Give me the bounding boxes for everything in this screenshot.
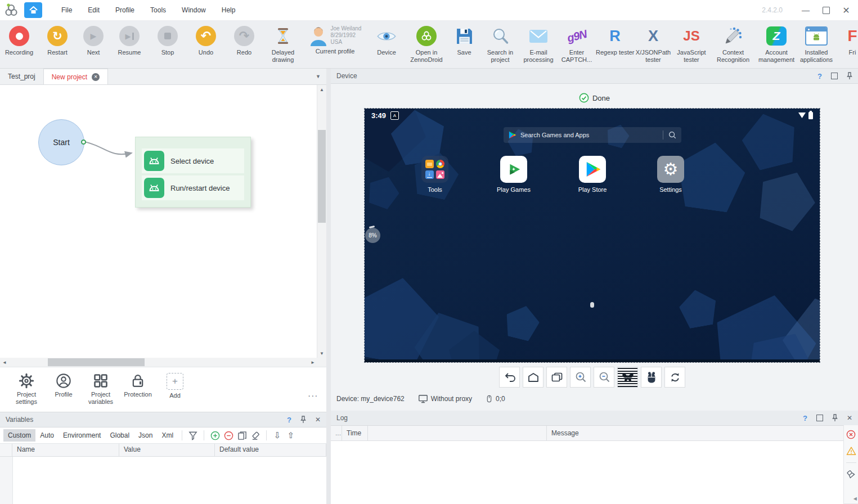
- vars-tab-global[interactable]: Global: [105, 429, 134, 442]
- toolbar-restart[interactable]: Restart: [38, 25, 77, 68]
- pin-icon[interactable]: [300, 416, 306, 424]
- nav-back-button[interactable]: [499, 367, 520, 388]
- toolbar-xjsonpath-tester[interactable]: X X/JSONPath tester: [634, 25, 672, 68]
- toolbar-regexp-tester[interactable]: R Regexp tester: [596, 25, 634, 68]
- vars-tab-custom[interactable]: Custom: [3, 429, 35, 442]
- nav-recent-apps-button[interactable]: [546, 367, 567, 388]
- scroll-up-icon[interactable]: ▲: [317, 85, 326, 94]
- toolbar-email-processing[interactable]: E-mail processing: [519, 25, 558, 68]
- toolbar-recording[interactable]: Recording: [0, 25, 38, 68]
- move-down-icon[interactable]: ⇩: [271, 429, 284, 442]
- toolbar-resume[interactable]: Resume: [110, 25, 149, 68]
- remove-circle-icon[interactable]: [222, 429, 235, 442]
- minimize-button[interactable]: —: [797, 2, 814, 19]
- close-icon[interactable]: ✕: [315, 416, 321, 424]
- eraser-icon[interactable]: [249, 429, 262, 442]
- app-settings[interactable]: ⚙: [657, 156, 684, 183]
- scroll-right-icon[interactable]: ►: [308, 358, 317, 367]
- filter-icon[interactable]: [186, 429, 200, 442]
- pin-icon[interactable]: [847, 72, 852, 80]
- android-screen[interactable]: 3:49 A Search Games and Apps: [365, 109, 820, 362]
- scroll-left-icon[interactable]: ◀: [853, 496, 857, 501]
- tab-new-project[interactable]: New project ✕: [43, 69, 108, 84]
- action-group[interactable]: Select device Run/restart device: [135, 137, 251, 208]
- tab-test-proj[interactable]: Test_proj: [0, 69, 43, 84]
- add-circle-icon[interactable]: [208, 429, 222, 442]
- nav-zoom-in-button[interactable]: [570, 367, 591, 388]
- scroll-left-icon[interactable]: ◄: [0, 358, 9, 367]
- toolbar-stop[interactable]: Stop: [149, 25, 187, 68]
- app-play-games[interactable]: [500, 156, 527, 183]
- project-variables-button[interactable]: Project variables: [82, 373, 119, 412]
- close-icon[interactable]: ✕: [847, 414, 852, 422]
- menu-window[interactable]: Window: [174, 0, 214, 20]
- close-button[interactable]: ✕: [838, 2, 855, 19]
- vars-tab-json[interactable]: Json: [134, 429, 157, 442]
- maximize-panel-icon[interactable]: [816, 415, 823, 421]
- nav-capture-button[interactable]: [617, 367, 638, 388]
- column-icon[interactable]: ...: [331, 426, 342, 440]
- scrollbar-thumb[interactable]: [318, 130, 326, 223]
- profile-button[interactable]: Profile: [45, 373, 82, 412]
- toolbar-device[interactable]: Device: [367, 25, 406, 68]
- toolbar-account-management[interactable]: Z Account management: [756, 25, 797, 68]
- toolbar-redo[interactable]: Redo: [225, 25, 263, 68]
- home-button[interactable]: [24, 2, 42, 18]
- column-message[interactable]: Message: [547, 426, 843, 440]
- scrollbar-thumb[interactable]: [48, 358, 145, 366]
- vars-tab-xml[interactable]: Xml: [157, 429, 178, 442]
- help-icon[interactable]: ?: [287, 416, 291, 424]
- toolbar-installed-applications[interactable]: Installed applications: [797, 25, 835, 68]
- add-action-button[interactable]: + Add: [156, 373, 194, 412]
- clear-log-icon[interactable]: [846, 470, 856, 479]
- toolbar-save[interactable]: Save: [447, 25, 481, 68]
- column-time[interactable]: Time: [342, 426, 368, 440]
- toolbar-clipped-item[interactable]: F Fri: [835, 25, 858, 68]
- nav-mouse-button[interactable]: [641, 367, 662, 388]
- help-icon[interactable]: ?: [803, 414, 807, 422]
- action-select-device[interactable]: Select device: [142, 148, 244, 173]
- start-node[interactable]: Start: [38, 119, 84, 165]
- copy-icon[interactable]: [235, 429, 249, 442]
- menu-help[interactable]: Help: [214, 0, 244, 20]
- protection-button[interactable]: Protection: [119, 373, 156, 412]
- canvas-vertical-scrollbar[interactable]: ▲ ▼: [317, 85, 326, 358]
- proxy-status[interactable]: Without proxy: [418, 394, 472, 404]
- menu-file[interactable]: File: [53, 0, 80, 20]
- app-play-store[interactable]: [579, 156, 606, 183]
- pin-icon[interactable]: [832, 414, 838, 422]
- canvas-horizontal-scrollbar[interactable]: ◄ ►: [0, 358, 326, 367]
- toolbar-search-in-project[interactable]: Search in project: [481, 25, 519, 68]
- scroll-down-icon[interactable]: ▼: [317, 349, 326, 358]
- errors-icon[interactable]: [846, 430, 856, 439]
- toolbar-next[interactable]: Next: [77, 25, 110, 68]
- maximize-panel-icon[interactable]: [831, 73, 838, 79]
- help-icon[interactable]: ?: [817, 72, 822, 80]
- toolbar-javascript-tester[interactable]: JS JavaScript tester: [672, 25, 711, 68]
- menu-edit[interactable]: Edit: [80, 0, 107, 20]
- column-name[interactable]: Name: [12, 444, 119, 456]
- move-up-icon[interactable]: ⇧: [284, 429, 298, 442]
- log-grid-body[interactable]: [331, 441, 843, 504]
- toolbar-current-profile[interactable]: Joe Weiland 8/29/1992 USA Current profil…: [303, 25, 367, 68]
- nav-home-button[interactable]: [523, 367, 543, 388]
- toolbar-context-recognition[interactable]: Context Recognition: [711, 25, 756, 68]
- menu-tools[interactable]: Tools: [142, 0, 174, 20]
- variables-grid-body[interactable]: [0, 457, 326, 504]
- toolbar-open-in-zennodroid[interactable]: Open in ZennoDroid: [406, 25, 447, 68]
- column-default-value[interactable]: Default value: [215, 444, 326, 456]
- toolbar-undo[interactable]: Undo: [187, 25, 225, 68]
- vars-tab-environment[interactable]: Environment: [59, 429, 105, 442]
- column-spacer[interactable]: [368, 426, 547, 440]
- toolbar-delayed-drawing[interactable]: Delayed drawing: [263, 25, 303, 68]
- play-search-bar[interactable]: Search Games and Apps: [504, 127, 681, 143]
- nav-zoom-out-button[interactable]: [594, 367, 614, 388]
- app-tools[interactable]: [421, 156, 448, 183]
- project-settings-button[interactable]: Project settings: [8, 373, 45, 412]
- menu-profile[interactable]: Profile: [107, 0, 142, 20]
- flowchart-canvas[interactable]: Start Select device: [0, 85, 326, 358]
- warnings-icon[interactable]: [846, 446, 856, 456]
- start-output-port[interactable]: [81, 140, 86, 145]
- toolbar-enter-captcha[interactable]: g9N Enter CAPTCH...: [558, 25, 596, 68]
- toolbar-overflow-button[interactable]: ...: [308, 389, 318, 398]
